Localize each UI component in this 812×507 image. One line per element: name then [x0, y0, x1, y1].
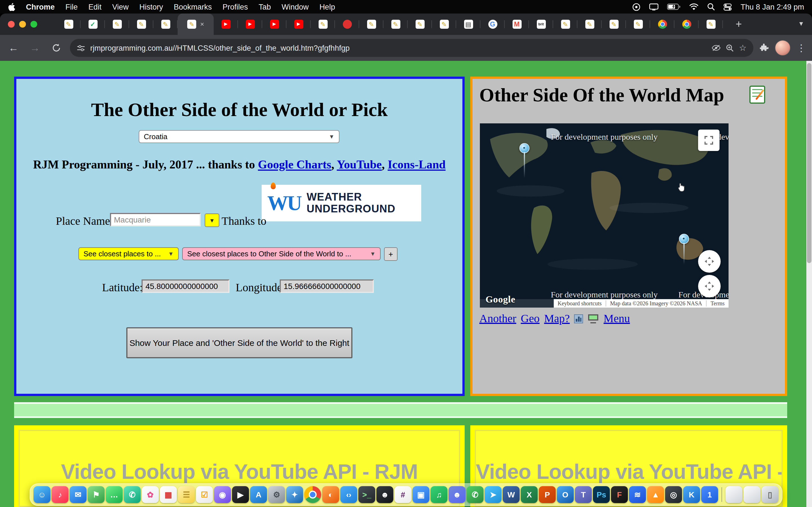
dock-telegram-icon[interactable]: ➤ [485, 486, 502, 503]
browser-tab[interactable]: ✎ [56, 13, 81, 35]
map-pin-place[interactable] [519, 143, 529, 153]
dock-calendar-icon[interactable]: ▦ [160, 486, 177, 503]
url-bar[interactable]: rjmprogramming.com.au//HTMLCSS/other_sid… [70, 39, 753, 57]
fullscreen-button[interactable] [698, 129, 719, 151]
add-button[interactable]: + [384, 247, 398, 261]
browser-tab[interactable]: ✎ [408, 13, 432, 35]
dock-1password-icon[interactable]: 1 [701, 486, 718, 503]
dock-github-icon[interactable]: ☻ [376, 486, 393, 503]
dock-vlc-icon[interactable]: ▲ [647, 486, 664, 503]
another-link[interactable]: Another [479, 312, 516, 325]
closest-places-select[interactable]: See closest places to ... ▼ [79, 247, 179, 260]
map-pin-antipode[interactable] [679, 234, 689, 244]
tab-overflow-chevron-icon[interactable]: ▾ [799, 19, 803, 27]
dock-mail-icon[interactable]: ✉ [70, 486, 87, 503]
menu-bookmarks[interactable]: Bookmarks [174, 3, 212, 11]
menu-link[interactable]: Menu [604, 312, 630, 325]
dock-obs-icon[interactable]: ◎ [665, 486, 682, 503]
pan-control-button-2[interactable] [698, 275, 721, 297]
dock-minimized-window-2-icon[interactable] [744, 486, 760, 503]
dock-figma-icon[interactable]: F [611, 486, 628, 503]
dock-firefox-icon[interactable]: ◐ [322, 486, 339, 503]
dock-excel-icon[interactable]: X [521, 486, 538, 503]
menu-view[interactable]: View [112, 3, 129, 11]
battery-icon[interactable] [667, 3, 681, 10]
dock-minimized-window-1-icon[interactable] [725, 486, 742, 503]
browser-tab[interactable]: brit [529, 13, 553, 35]
dock-chrome-icon[interactable] [304, 486, 321, 503]
dock-notes-icon[interactable]: ☰ [178, 486, 195, 503]
browser-tab[interactable] [335, 13, 359, 35]
dock-photoshop-icon[interactable]: Ps [593, 486, 610, 503]
dock-music-icon[interactable]: ♪ [52, 486, 68, 503]
site-settings-icon[interactable] [77, 44, 85, 52]
dock-outlook-icon[interactable]: O [557, 486, 574, 503]
dock-keynote-icon[interactable]: K [683, 486, 700, 503]
spotlight-icon[interactable] [707, 3, 715, 11]
browser-tab[interactable]: ▶ [238, 13, 262, 35]
dock-word-icon[interactable]: W [503, 486, 520, 503]
menu-edit[interactable]: Edit [89, 3, 102, 11]
keyboard-shortcuts-link[interactable]: Keyboard shortcuts [554, 300, 606, 306]
dock-slack-icon[interactable]: # [395, 486, 411, 503]
browser-tab[interactable]: ✎ [129, 13, 153, 35]
close-window-button[interactable] [8, 21, 15, 27]
control-center-icon[interactable] [724, 3, 732, 10]
menu-file[interactable]: File [65, 3, 78, 11]
browser-tab[interactable]: ▶ [262, 13, 287, 35]
dock-vscode-icon[interactable]: ‹› [340, 486, 357, 503]
eye-off-icon[interactable] [711, 44, 720, 52]
google-charts-link[interactable]: Google Charts [258, 158, 331, 171]
browser-tab[interactable]: ✎ [311, 13, 335, 35]
map-question-link[interactable]: Map? [544, 312, 570, 325]
browser-tab[interactable]: ▶ [287, 13, 311, 35]
dock-appstore-icon[interactable]: A [250, 486, 267, 503]
scrollbar-thumb[interactable] [807, 63, 811, 263]
profile-avatar[interactable] [775, 40, 791, 56]
dock-safari-icon[interactable]: ✦ [286, 486, 303, 503]
longitude-input[interactable] [280, 279, 374, 293]
terms-link[interactable]: Terms [706, 300, 728, 306]
wifi-icon[interactable] [689, 3, 699, 10]
browser-tab[interactable]: ✎ [359, 13, 384, 35]
browser-tab[interactable]: G [480, 13, 505, 35]
dock-reminders-icon[interactable]: ☑ [196, 486, 213, 503]
active-tab[interactable]: ✎× [177, 13, 214, 35]
bookmark-star-icon[interactable]: ☆ [739, 43, 747, 53]
browser-tab[interactable]: M [505, 13, 529, 35]
menu-help[interactable]: Help [319, 3, 335, 11]
browser-tab[interactable] [674, 13, 699, 35]
menu-app-name[interactable]: Chrome [26, 3, 55, 11]
dock-discord-icon[interactable]: ☻ [449, 486, 465, 503]
dock-finder-icon[interactable]: ☺ [34, 486, 50, 503]
back-button[interactable]: ← [6, 40, 21, 56]
dock-teams-icon[interactable]: T [575, 486, 592, 503]
minimize-window-button[interactable] [19, 21, 26, 27]
browser-tab[interactable]: ✎ [384, 13, 408, 35]
browser-tab[interactable]: ✎ [577, 13, 602, 35]
browser-tab[interactable]: ▤ [456, 13, 480, 35]
new-tab-button[interactable]: + [732, 17, 746, 31]
apple-menu-icon[interactable] [8, 3, 15, 11]
icons-land-link[interactable]: Icons-Land [388, 158, 446, 171]
menu-window[interactable]: Window [282, 3, 309, 11]
browser-tab[interactable]: ✎ [626, 13, 650, 35]
forward-button[interactable]: → [27, 40, 43, 56]
google-maps-logo[interactable]: Google [486, 294, 515, 305]
dock-powerpoint-icon[interactable]: P [539, 486, 556, 503]
browser-menu-icon[interactable]: ⋮ [796, 42, 806, 54]
dock-docker-icon[interactable]: ≋ [629, 486, 646, 503]
dock-settings-icon[interactable]: ⚙ [268, 486, 285, 503]
url-text[interactable]: rjmprogramming.com.au//HTMLCSS/other_sid… [90, 44, 706, 52]
country-select[interactable]: Croatia ▼ [139, 130, 340, 143]
zoom-window-button[interactable] [31, 21, 37, 27]
browser-tab[interactable]: ✓ [81, 13, 105, 35]
extensions-puzzle-icon[interactable] [759, 43, 769, 53]
menu-tab[interactable]: Tab [259, 3, 271, 11]
geo-link[interactable]: Geo [521, 312, 540, 325]
tab-close-icon[interactable]: × [200, 21, 204, 27]
browser-tab[interactable]: ✎ [105, 13, 129, 35]
reload-button[interactable] [49, 40, 64, 56]
dock-photos-icon[interactable]: ✿ [142, 486, 159, 503]
browser-tab[interactable]: ✎ [602, 13, 626, 35]
